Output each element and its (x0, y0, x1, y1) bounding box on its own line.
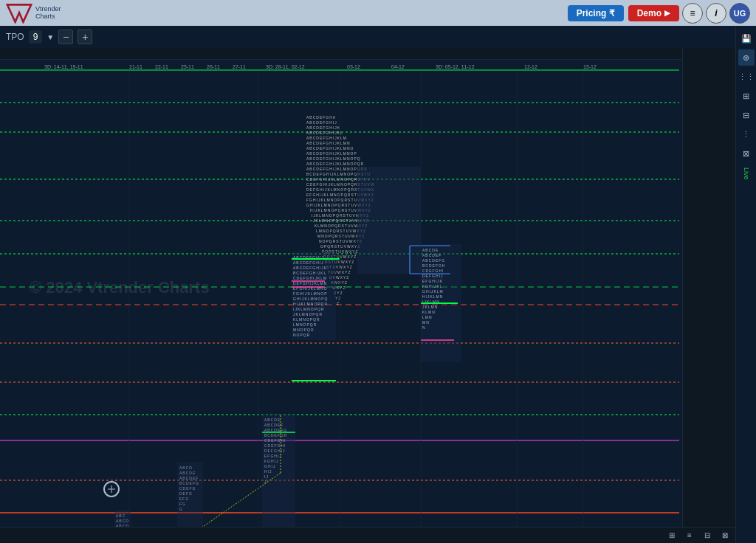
svg-text:ABCDEFGHIJK: ABCDEFGHIJK (293, 266, 327, 270)
svg-text:DEFGHIJ: DEFGHIJ (422, 274, 443, 278)
svg-text:LMN: LMN (422, 315, 433, 319)
fullscreen-bottom-icon[interactable]: ⊠ (718, 529, 732, 542)
svg-text:15-12: 15-12 (583, 64, 597, 69)
svg-text:ABCDE: ABCDE (179, 471, 196, 475)
svg-text:ABCDE: ABCDE (264, 418, 281, 422)
svg-rect-88 (357, 167, 421, 274)
chart-area: © 2024 Vtrender Charts 3D: 14-11, 19-11 … (0, 48, 735, 527)
svg-text:ABCDEFGHIJKLMNO: ABCDEFGHIJKLMNO (306, 146, 354, 151)
svg-text:ABCDEFGHIJKLMNOPQ: ABCDEFGHIJKLMNOPQ (306, 156, 361, 161)
dropdown-arrow-icon[interactable]: ▼ (47, 33, 54, 41)
svg-text:ABCDEFG: ABCDEFG (422, 258, 445, 263)
svg-text:JKLMNOPQR: JKLMNOPQR (293, 312, 323, 317)
svg-text:22-11: 22-11 (155, 64, 168, 69)
svg-text:BCDEFGH: BCDEFGH (264, 433, 287, 437)
svg-text:EFG: EFG (179, 497, 189, 501)
svg-text:ABCDEFGHIJK: ABCDEFGHIJK (306, 125, 340, 130)
svg-text:NOPQR: NOPQR (293, 333, 310, 337)
svg-text:ABCDEFGHIJKLMN: ABCDEFGHIJKLMN (306, 141, 351, 145)
menu-button[interactable]: ≡ (682, 3, 703, 24)
svg-text:IJ: IJ (264, 474, 269, 479)
svg-text:HIJKLMNOPQR: HIJKLMNOPQR (293, 302, 328, 306)
svg-text:CDEFGHI: CDEFGHI (264, 443, 286, 448)
svg-text:HIJKLMN: HIJKLMN (422, 294, 443, 299)
svg-text:3D: 14-11, 19-11: 3D: 14-11, 19-11 (44, 64, 83, 69)
svg-text:3D: 28-11, 02-12: 3D: 28-11, 02-12 (266, 64, 305, 69)
svg-text:ABC: ABC (116, 513, 126, 518)
svg-text:25-11: 25-11 (181, 64, 194, 69)
svg-text:ABCDEF: ABCDEF (179, 476, 199, 480)
svg-text:DEFGHIJKLMN: DEFGHIJKLMN (293, 281, 327, 286)
svg-text:FGHIJKL: FGHIJKL (422, 284, 443, 288)
svg-text:DEFGHIJ: DEFGHIJ (264, 449, 285, 453)
tpo-label: TPO (6, 32, 24, 42)
svg-text:FGHIJKLMNOP: FGHIJKLMNOP (293, 291, 328, 296)
svg-text:NOPQRSTUVWXYZ: NOPQRSTUVWXYZ (319, 239, 362, 243)
chart-svg: 3D: 14-11, 19-11 21-11 22-11 25-11 26-11… (0, 60, 682, 527)
svg-text:CDEFGHI: CDEFGHI (422, 269, 444, 273)
grid-view-icon[interactable]: ⊞ (664, 529, 679, 542)
svg-text:26-11: 26-11 (207, 64, 220, 69)
pricing-button[interactable]: Pricing ₹ (568, 5, 624, 21)
bottom-bar: ⊞ ≡ ⊟ ⊠ (0, 527, 735, 543)
svg-text:BCDEFGHIJKL: BCDEFGHIJKL (293, 271, 326, 275)
info-button[interactable]: i (706, 3, 726, 24)
svg-text:ABCDE: ABCDE (422, 248, 439, 252)
right-sidebar: 💾 ⊕ ⋮⋮ ⊞ ⊟ ⋮ ⊠ Live (735, 26, 756, 543)
svg-text:EFGHIJK: EFGHIJK (422, 279, 443, 283)
svg-text:ABCDEFGHIJKL: ABCDEFGHIJKL (306, 131, 343, 135)
user-button[interactable]: UG (729, 3, 750, 24)
logo-text: Vtrender Charts (35, 6, 61, 21)
svg-text:ABCD: ABCD (179, 466, 193, 470)
svg-text:GHIJKLM: GHIJKLM (422, 289, 444, 294)
svg-text:IJKLMNOPQR: IJKLMNOPQR (293, 307, 325, 311)
live-label: Live (743, 167, 750, 180)
svg-text:12-12: 12-12 (524, 64, 537, 69)
svg-text:ABCDEFGHA: ABCDEFGHA (306, 115, 336, 120)
svg-text:MN: MN (422, 320, 430, 325)
svg-text:GHIJ: GHIJ (264, 464, 275, 468)
svg-text:DEFG: DEFG (179, 491, 193, 496)
svg-text:ABCDEFGHIJ: ABCDEFGHIJ (306, 120, 337, 125)
svg-text:27-11: 27-11 (233, 64, 246, 69)
demo-label: Demo (637, 8, 662, 18)
demo-button[interactable]: Demo ▶ (628, 5, 679, 21)
svg-text:ABCDEFGHIJ: ABCDEFGHIJ (293, 260, 324, 265)
plus-button[interactable]: + (78, 30, 92, 44)
svg-text:CDEFGHI: CDEFGHI (264, 438, 286, 443)
minus-button[interactable]: − (58, 30, 73, 44)
list-view-icon[interactable]: ≡ (682, 529, 697, 542)
svg-text:FG: FG (179, 502, 186, 506)
svg-text:G: G (179, 507, 183, 511)
svg-text:N: N (422, 325, 426, 330)
settings-icon[interactable]: ⊟ (700, 529, 715, 542)
grid-icon[interactable]: ⋮⋮ (738, 69, 755, 85)
svg-text:LMNOPQR: LMNOPQR (293, 322, 317, 327)
crosshair-sidebar-icon[interactable]: ⊕ (738, 49, 755, 66)
fullscreen-icon[interactable]: ⊠ (738, 145, 755, 162)
svg-text:21-11: 21-11 (129, 64, 142, 69)
youtube-icon: ▶ (664, 9, 670, 17)
svg-text:EFGHIJ: EFGHIJ (264, 454, 282, 458)
svg-text:BCDEFGH: BCDEFGH (422, 263, 445, 268)
svg-text:03-12: 03-12 (347, 64, 360, 69)
header: Vtrender Charts Pricing ₹ Demo ▶ ≡ i UG (0, 0, 756, 26)
layout1-icon[interactable]: ⊞ (738, 88, 755, 104)
more-icon[interactable]: ⋮ (738, 126, 755, 142)
time-axis (0, 48, 682, 60)
layout2-icon[interactable]: ⊟ (738, 107, 755, 123)
svg-text:MNOPQR: MNOPQR (293, 328, 315, 332)
svg-text:ABCDEF: ABCDEF (422, 253, 441, 257)
svg-text:CDEFG: CDEFG (179, 486, 196, 491)
svg-text:HIJ: HIJ (264, 469, 272, 474)
save-icon[interactable]: 💾 (738, 30, 755, 46)
svg-text:04-12: 04-12 (391, 64, 405, 69)
svg-text:KLMN: KLMN (422, 310, 436, 314)
price-axis (682, 48, 735, 527)
svg-text:JKLMN: JKLMN (422, 305, 438, 309)
svg-text:ABCDEFGHIJKLMNOP: ABCDEFGHIJKLMNOP (306, 151, 357, 156)
svg-text:OPQRSTUVWXYZ: OPQRSTUVWXYZ (320, 244, 361, 249)
logo-icon (6, 3, 32, 24)
svg-text:YZ: YZ (335, 296, 341, 300)
tpo-value: 9 (29, 30, 43, 44)
